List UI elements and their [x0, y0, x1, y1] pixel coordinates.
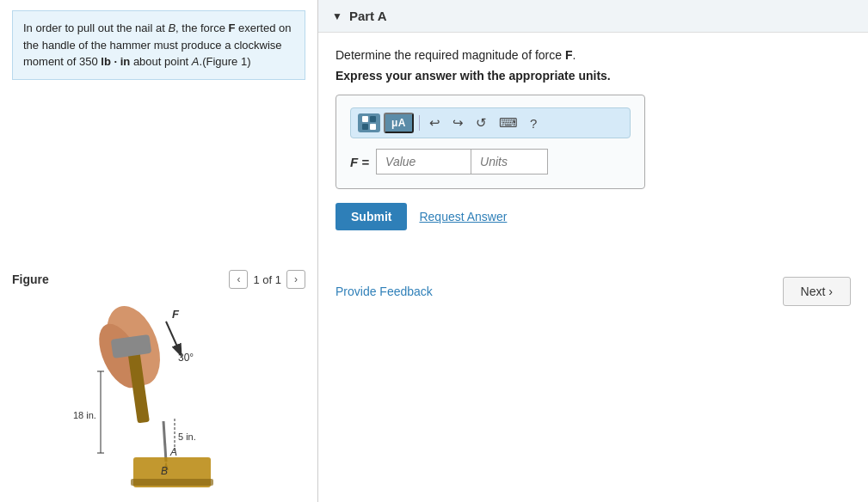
problem-statement: In order to pull out the nail at B, the …: [12, 10, 305, 80]
next-button[interactable]: Next ›: [783, 277, 851, 306]
action-row: Submit Request Answer: [336, 203, 851, 230]
formula-toolbar: μA ↩ ↪ ↺ ⌨ ?: [350, 107, 631, 138]
figure-section: Figure ‹ 1 of 1 › F: [12, 265, 305, 492]
input-row: F =: [350, 149, 631, 174]
help-button[interactable]: ?: [526, 114, 541, 132]
left-panel: In order to pull out the nail at B, the …: [0, 0, 318, 502]
toolbar-divider: [419, 115, 420, 131]
next-label: Next: [801, 285, 826, 298]
hammer-diagram: F 30° A B 5 in.: [39, 294, 280, 492]
figure-next-button[interactable]: ›: [286, 270, 305, 289]
answer-box: μA ↩ ↪ ↺ ⌨ ? F =: [336, 95, 645, 189]
svg-text:A: A: [169, 446, 177, 458]
question-text: Determine the required magnitude of forc…: [336, 48, 851, 62]
f-equals-label: F =: [350, 155, 369, 169]
right-panel: ▼ Part A Determine the required magnitud…: [318, 0, 868, 502]
matrix-button[interactable]: [358, 113, 380, 132]
figure-nav: ‹ 1 of 1 ›: [229, 270, 305, 289]
ua-button[interactable]: μA: [384, 113, 414, 133]
figure-counter: 1 of 1: [253, 273, 281, 286]
keyboard-button[interactable]: ⌨: [495, 113, 522, 132]
provide-feedback-button[interactable]: Provide Feedback: [336, 285, 433, 298]
figure-image: F 30° A B 5 in.: [12, 294, 305, 492]
figure-prev-button[interactable]: ‹: [229, 270, 248, 289]
value-input[interactable]: [376, 149, 471, 174]
svg-rect-10: [131, 479, 213, 486]
svg-line-7: [163, 421, 166, 462]
svg-text:5 in.: 5 in.: [178, 432, 196, 442]
submit-button[interactable]: Submit: [336, 203, 407, 230]
part-label: Part A: [349, 9, 387, 23]
part-content: Determine the required magnitude of forc…: [318, 33, 868, 246]
units-input[interactable]: [471, 149, 548, 174]
undo-button[interactable]: ↩: [425, 113, 445, 132]
svg-text:30°: 30°: [178, 352, 194, 364]
units-instruction: Express your answer with the appropriate…: [336, 69, 851, 83]
svg-text:B: B: [161, 465, 168, 477]
part-header: ▼ Part A: [318, 0, 868, 33]
refresh-button[interactable]: ↺: [471, 113, 491, 132]
svg-line-4: [166, 321, 181, 354]
figure-header: Figure ‹ 1 of 1 ›: [12, 265, 305, 294]
next-chevron-icon: ›: [828, 285, 833, 298]
bottom-bar: Provide Feedback Next ›: [318, 263, 868, 320]
collapse-icon[interactable]: ▼: [332, 10, 342, 22]
svg-text:F: F: [172, 308, 180, 321]
svg-text:18 in.: 18 in.: [73, 410, 96, 420]
request-answer-button[interactable]: Request Answer: [419, 210, 507, 223]
problem-text-content: In order to pull out the nail at B, the …: [23, 21, 291, 68]
redo-button[interactable]: ↪: [448, 113, 468, 132]
figure-label: Figure: [12, 272, 49, 286]
